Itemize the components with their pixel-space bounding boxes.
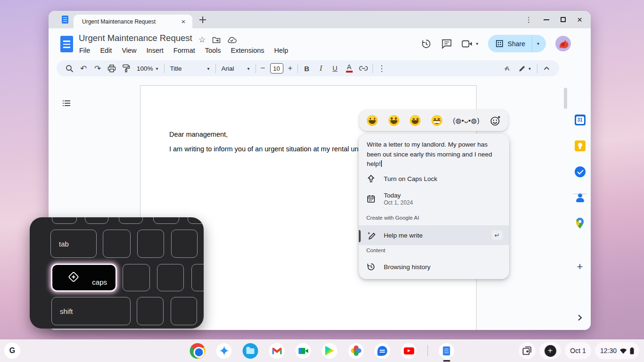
comment-icon[interactable]: [441, 39, 452, 49]
shift-key[interactable]: shift: [51, 297, 131, 325]
collapse-toolbar-button[interactable]: [539, 62, 553, 75]
star-icon[interactable]: ☆: [198, 35, 206, 45]
menu-view[interactable]: View: [122, 46, 136, 55]
keyboard-key[interactable]: [171, 230, 198, 258]
document-scrollbar[interactable]: [564, 88, 567, 109]
keyboard-key[interactable]: [119, 217, 143, 224]
print-button[interactable]: [105, 62, 119, 75]
account-avatar[interactable]: [555, 36, 571, 51]
google-calendar-icon[interactable]: 31: [574, 114, 586, 126]
paint-format-button[interactable]: [119, 62, 133, 75]
calendar-date-button[interactable]: Oct 1: [565, 342, 591, 359]
beaming-face-emoji[interactable]: [431, 115, 442, 126]
keyboard-key[interactable]: [157, 264, 184, 291]
redo-button[interactable]: ↷: [91, 62, 105, 75]
browsing-history-item[interactable]: Browsing history: [359, 257, 509, 276]
grinning-face-smiling-eyes-emoji[interactable]: [410, 115, 421, 126]
cloud-status-icon[interactable]: [227, 36, 237, 43]
menu-bar: File Edit View Insert Format Tools Exten…: [79, 46, 288, 55]
prompt-text[interactable]: Write a letter to my landlord. My power …: [359, 134, 509, 175]
document-outline-icon[interactable]: [62, 100, 71, 108]
browser-menu-icon[interactable]: ⋮: [525, 16, 532, 24]
undo-button[interactable]: ↶: [76, 62, 91, 75]
keyboard-key[interactable]: [153, 217, 179, 224]
editing-mode-button[interactable]: ▾: [514, 62, 535, 75]
menu-format[interactable]: Format: [173, 46, 195, 55]
keyboard-key[interactable]: [137, 297, 164, 325]
more-toolbar-button[interactable]: ⋮: [375, 62, 389, 75]
font-select[interactable]: Arial ▾: [218, 62, 254, 75]
move-folder-icon[interactable]: [212, 36, 221, 44]
font-size-input[interactable]: 10: [270, 63, 283, 74]
caps-lock-item[interactable]: Turn on Caps Lock: [359, 170, 509, 188]
menu-help[interactable]: Help: [274, 46, 289, 55]
spellcheck-button[interactable]: A✓: [500, 62, 514, 75]
italic-button[interactable]: I: [314, 62, 328, 75]
help-me-write-item[interactable]: Help me write ↵: [359, 225, 509, 245]
keyboard-key[interactable]: [123, 264, 150, 291]
play-store-icon[interactable]: [322, 343, 338, 359]
keyboard-key[interactable]: [52, 217, 77, 224]
minimize-button[interactable]: [544, 19, 549, 20]
photos-icon[interactable]: [348, 343, 364, 359]
new-tab-button[interactable]: [198, 16, 207, 24]
keyboard-key[interactable]: [191, 264, 204, 291]
files-icon[interactable]: [243, 343, 258, 359]
today-item[interactable]: Today Oct 1, 2024: [359, 188, 509, 210]
youtube-icon[interactable]: [401, 343, 417, 359]
text-color-button[interactable]: A: [342, 62, 356, 75]
meet-video-icon[interactable]: [462, 40, 473, 48]
bold-button[interactable]: B: [300, 62, 314, 75]
menu-extensions[interactable]: Extensions: [231, 46, 264, 55]
launcher-button[interactable]: G: [4, 343, 20, 359]
maximize-button[interactable]: [561, 17, 566, 22]
messages-icon[interactable]: [375, 343, 390, 359]
underline-button[interactable]: U: [328, 62, 342, 75]
share-caret-icon[interactable]: ▾: [533, 41, 543, 46]
docs-logo[interactable]: [60, 36, 73, 52]
gmail-icon[interactable]: [269, 343, 285, 359]
menu-edit[interactable]: Edit: [100, 46, 112, 55]
tab-strip: Urgent Maintenance Request × ⋮ ×: [49, 11, 591, 28]
google-keep-icon[interactable]: [574, 140, 586, 152]
increase-font-button[interactable]: +: [285, 62, 296, 75]
grinning-face-emoji[interactable]: [367, 115, 378, 126]
google-tasks-icon[interactable]: [574, 165, 586, 178]
document-title[interactable]: Urgent Maintenance Request: [79, 33, 192, 43]
keyboard-key[interactable]: [85, 217, 108, 224]
system-tray[interactable]: 12:30: [595, 342, 639, 359]
shelf-separator: [428, 345, 428, 356]
docs-app-icon[interactable]: [439, 343, 454, 359]
kaomoji-suggestion[interactable]: (◍•ᴗ•◍): [453, 117, 480, 124]
browser-tab[interactable]: Urgent Maintenance Request ×: [74, 15, 192, 28]
quick-add-button[interactable]: +: [539, 342, 561, 359]
history-icon: [366, 263, 376, 271]
hide-side-panel-button[interactable]: [578, 314, 582, 323]
menu-file[interactable]: File: [79, 46, 90, 55]
paragraph-style-select[interactable]: Title ▾: [166, 62, 214, 75]
tab-close-icon[interactable]: ×: [179, 17, 188, 26]
zoom-select[interactable]: 100% ▾: [133, 62, 162, 75]
tab-key[interactable]: tab: [50, 230, 97, 258]
screen-capture-button[interactable]: [519, 342, 536, 359]
chrome-icon[interactable]: [190, 343, 206, 359]
close-window-button[interactable]: ×: [577, 17, 582, 22]
emoji-picker-icon[interactable]: [490, 115, 501, 126]
keyboard-key[interactable]: [137, 230, 164, 258]
menu-tools[interactable]: Tools: [205, 46, 221, 55]
menu-insert[interactable]: Insert: [147, 46, 164, 55]
decrease-font-button[interactable]: −: [258, 62, 268, 75]
insert-link-button[interactable]: [356, 62, 371, 75]
google-maps-icon[interactable]: [574, 217, 586, 230]
meet-caret-icon[interactable]: ▾: [476, 41, 479, 46]
version-history-icon[interactable]: [421, 38, 432, 49]
meet-icon[interactable]: [296, 343, 311, 359]
keyboard-key[interactable]: [103, 230, 131, 258]
keyboard-key[interactable]: [171, 297, 197, 325]
caps-lock-key[interactable]: caps: [51, 264, 116, 291]
get-add-ons-button[interactable]: +: [574, 261, 586, 273]
search-menus-button[interactable]: [62, 62, 76, 75]
grinning-face-big-eyes-emoji[interactable]: [388, 115, 399, 126]
share-button[interactable]: Share ▾: [488, 35, 546, 52]
gemini-icon[interactable]: [216, 343, 232, 359]
